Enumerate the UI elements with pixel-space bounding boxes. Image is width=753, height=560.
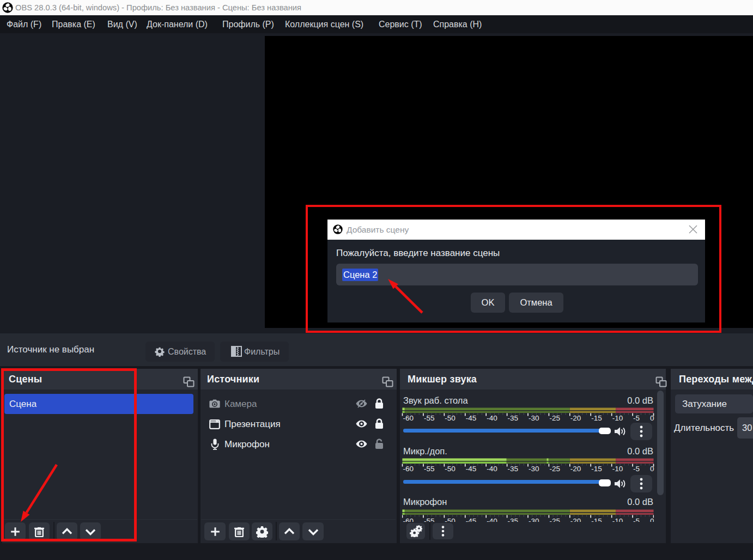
- svg-text:-40: -40: [487, 464, 497, 472]
- svg-text:-45: -45: [466, 517, 477, 522]
- svg-text:-50: -50: [445, 517, 456, 522]
- svg-text:-20: -20: [570, 464, 581, 472]
- svg-text:-25: -25: [549, 517, 560, 522]
- svg-text:0: 0: [650, 517, 654, 522]
- svg-text:-5: -5: [633, 464, 640, 472]
- svg-text:-10: -10: [612, 464, 623, 472]
- svg-text:0: 0: [650, 464, 654, 472]
- svg-text:-55: -55: [424, 414, 435, 422]
- svg-text:-35: -35: [508, 414, 519, 422]
- svg-text:-60: -60: [403, 517, 414, 522]
- svg-text:-60: -60: [403, 464, 414, 472]
- svg-text:-30: -30: [529, 517, 539, 522]
- svg-text:0: 0: [650, 414, 654, 422]
- svg-text:-30: -30: [529, 464, 539, 472]
- svg-text:-20: -20: [570, 414, 581, 422]
- svg-text:-55: -55: [424, 517, 435, 522]
- svg-text:-30: -30: [529, 414, 539, 422]
- svg-text:-5: -5: [633, 414, 640, 422]
- svg-text:-20: -20: [570, 517, 581, 522]
- svg-text:-5: -5: [633, 517, 640, 522]
- svg-text:-35: -35: [508, 517, 519, 522]
- svg-text:-50: -50: [445, 414, 456, 422]
- svg-text:-10: -10: [612, 517, 623, 522]
- svg-text:-50: -50: [445, 464, 456, 472]
- svg-text:-40: -40: [487, 517, 497, 522]
- svg-text:-55: -55: [424, 464, 435, 472]
- svg-text:-15: -15: [591, 464, 602, 472]
- svg-text:-45: -45: [466, 464, 477, 472]
- svg-text:-60: -60: [403, 414, 414, 422]
- svg-text:-25: -25: [549, 414, 560, 422]
- svg-text:-25: -25: [549, 464, 560, 472]
- svg-text:-15: -15: [591, 414, 602, 422]
- svg-text:-15: -15: [591, 517, 602, 522]
- svg-text:-10: -10: [612, 414, 623, 422]
- svg-text:-40: -40: [487, 414, 497, 422]
- svg-text:-45: -45: [466, 414, 477, 422]
- svg-text:-35: -35: [508, 464, 519, 472]
